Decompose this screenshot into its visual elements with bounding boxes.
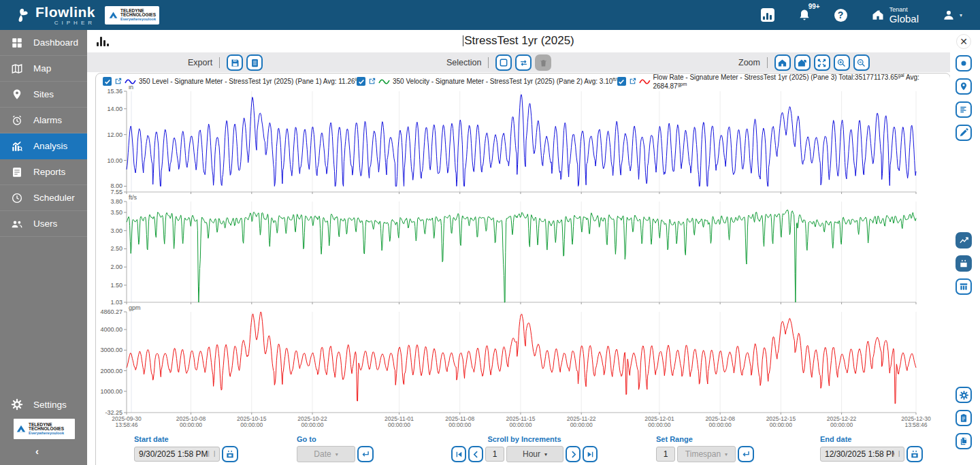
- scroll-count-input[interactable]: [485, 447, 504, 462]
- reports-doc-icon: [11, 166, 23, 178]
- export-label: Export: [188, 58, 212, 67]
- sidebar-item-settings[interactable]: Settings: [0, 391, 87, 417]
- location-pin-icon: [11, 89, 23, 101]
- marker-mode-button[interactable]: [956, 55, 972, 71]
- text-lines-icon: [959, 105, 968, 114]
- table-view-button[interactable]: [956, 278, 972, 295]
- range-count-input[interactable]: [656, 447, 675, 462]
- zoom-label: Zoom: [738, 58, 760, 67]
- series-checkbox[interactable]: [103, 77, 112, 86]
- svg-text:3.50: 3.50: [110, 209, 122, 216]
- end-date-label: End date: [820, 435, 923, 443]
- sidebar-collapse-button[interactable]: ‹: [35, 445, 39, 457]
- scroll-forward-button[interactable]: [566, 446, 581, 462]
- sidebar-item-label: Settings: [33, 400, 67, 410]
- flowlink-propeller-icon: [12, 6, 30, 24]
- brand-name: Flowlink: [35, 5, 95, 19]
- sidebar-item-analysis[interactable]: Analysis: [0, 133, 87, 159]
- input-scrub-icon: ❘❘: [891, 450, 902, 457]
- question-mark-icon: ?: [834, 9, 847, 22]
- legend-text: 350 Level - Signature Meter - StressTest…: [139, 77, 359, 85]
- sidebar-nav: Dashboard Map Sites Alarms Analysis R: [0, 30, 87, 465]
- line-chart-view-button[interactable]: [956, 232, 972, 248]
- zoom-out-button[interactable]: [853, 54, 870, 71]
- close-button[interactable]: ✕: [956, 34, 971, 49]
- open-series-icon[interactable]: [629, 78, 636, 85]
- svg-text:10.00: 10.00: [107, 157, 122, 164]
- sidebar-item-label: Reports: [33, 167, 65, 177]
- open-series-icon[interactable]: [114, 78, 122, 85]
- svg-text:gpm: gpm: [129, 304, 141, 311]
- copy-button[interactable]: [956, 433, 972, 449]
- divider: [488, 57, 489, 68]
- svg-text:00:00:00: 00:00:00: [180, 421, 202, 428]
- notes-button[interactable]: [956, 101, 972, 118]
- scroll-end-button[interactable]: [583, 446, 598, 462]
- goto-date-dropdown[interactable]: Date▾: [297, 446, 355, 462]
- teledyne-arrow-icon: [108, 10, 118, 20]
- scroll-unit-dropdown[interactable]: Hour▾: [506, 446, 564, 462]
- zoom-in-button[interactable]: [834, 54, 850, 71]
- charts-shortcut-button[interactable]: [761, 8, 774, 22]
- range-apply-button[interactable]: [738, 446, 754, 462]
- zoom-extents-button[interactable]: [814, 54, 830, 71]
- gear-icon: [11, 398, 23, 411]
- legend-level: 350 Level - Signature Meter - StressTest…: [103, 76, 359, 86]
- teledyne-logo: TELEDYNE TECHNOLOGIES Everywhereyoulook: [105, 6, 159, 25]
- legend-velocity: 350 Velocity - Signature Meter - StressT…: [357, 76, 619, 86]
- settings-button[interactable]: [956, 387, 972, 403]
- sidebar-item-map[interactable]: Map: [0, 56, 87, 82]
- series-checkbox[interactable]: [357, 77, 365, 86]
- table-columns-icon: [959, 282, 968, 291]
- zoom-home-extents-button[interactable]: [794, 54, 811, 71]
- open-series-icon[interactable]: [368, 78, 376, 85]
- goto-apply-button[interactable]: [357, 446, 374, 462]
- export-save-button[interactable]: [227, 54, 243, 71]
- enter-icon: [741, 449, 751, 459]
- site-locations-button[interactable]: [956, 78, 972, 95]
- sidebar-item-users[interactable]: Users: [0, 211, 87, 237]
- sidebar-item-alarms[interactable]: Alarms: [0, 108, 87, 133]
- svg-text:1.50: 1.50: [110, 282, 122, 289]
- clipboard-button[interactable]: [956, 410, 972, 426]
- scroll-back-button[interactable]: [468, 446, 483, 462]
- user-menu-button[interactable]: ▾: [942, 8, 962, 22]
- svg-text:12.00: 12.00: [107, 131, 122, 138]
- sidebar-item-sites[interactable]: Sites: [0, 82, 87, 108]
- export-report-button[interactable]: [246, 54, 263, 71]
- start-date-calendar-button[interactable]: [222, 446, 238, 462]
- selection-span-button[interactable]: [515, 54, 532, 71]
- sidebar-item-label: Alarms: [33, 115, 62, 125]
- selection-rect-icon: [499, 58, 508, 67]
- svg-text:4000.00: 4000.00: [100, 326, 122, 333]
- svg-text:13:58:46: 13:58:46: [115, 421, 137, 428]
- tenant-switcher[interactable]: Tenant Global: [870, 7, 919, 24]
- series-line-icon: [639, 78, 651, 85]
- sidebar-item-dashboard[interactable]: Dashboard: [0, 30, 87, 56]
- time-series-plot[interactable]: in15.3614.0012.0010.008.007.55ft/s3.803.…: [96, 86, 950, 431]
- sidebar-item-reports[interactable]: Reports: [0, 159, 87, 185]
- calendar-icon: [225, 449, 235, 459]
- sidebar-item-label: Analysis: [33, 141, 67, 151]
- edit-button[interactable]: [956, 125, 972, 141]
- divider: [767, 57, 768, 68]
- gear-icon: [959, 390, 969, 400]
- caret-down-icon: ▾: [336, 451, 338, 458]
- help-button[interactable]: ?: [834, 9, 847, 22]
- selection-rect-button[interactable]: [495, 54, 512, 71]
- check-icon: [358, 78, 365, 85]
- zoom-home-button[interactable]: [774, 54, 791, 71]
- scroll-begin-button[interactable]: [451, 446, 466, 462]
- notifications-badge: 99+: [808, 3, 820, 10]
- page-title[interactable]: StressTest 1yr (2025): [87, 34, 950, 48]
- sidebar-item-scheduler[interactable]: Scheduler: [0, 185, 87, 211]
- range-unit-dropdown[interactable]: Timespan▾: [677, 446, 736, 462]
- svg-text:00:00:00: 00:00:00: [448, 421, 471, 428]
- date-range-view-button[interactable]: [956, 255, 972, 272]
- series-checkbox[interactable]: [617, 77, 626, 86]
- legend-flow: Flow Rate - Signature Meter - StressTest…: [617, 76, 950, 86]
- end-date-calendar-button[interactable]: [906, 446, 923, 462]
- teledyne-footer-logo: TELEDYNE TECHNOLOGIES Everywhereyoulook: [14, 419, 75, 439]
- notifications-button[interactable]: 99+: [798, 8, 811, 22]
- svg-text:1.03: 1.03: [110, 299, 122, 306]
